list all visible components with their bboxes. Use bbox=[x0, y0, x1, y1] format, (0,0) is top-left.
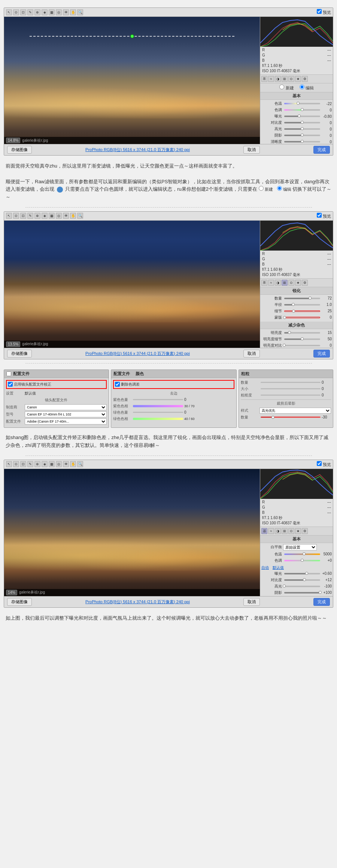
default-btn[interactable]: 默认值 bbox=[273, 565, 284, 570]
slider-exp4-track[interactable] bbox=[284, 573, 320, 574]
panel4-icon-calibrate[interactable]: ⚙ bbox=[302, 528, 308, 534]
filename-link-1[interactable]: ProPhoto RGB(8位) 5616 x 3744 (21.0 百万像素)… bbox=[85, 147, 190, 153]
tool4-grad[interactable]: ▦ bbox=[49, 461, 55, 467]
done-btn-4[interactable]: 完成 bbox=[313, 598, 330, 606]
profile-select[interactable]: Adobe (Canon EF 17-40m... bbox=[25, 418, 107, 424]
zoom-control-2[interactable]: 13.5% bbox=[6, 341, 20, 347]
auto-btn[interactable]: 自动 bbox=[261, 565, 269, 570]
panel2-icon-fx[interactable]: ★ bbox=[295, 280, 301, 286]
slider-cont4-track[interactable] bbox=[284, 579, 320, 581]
mode-new[interactable]: 新建 bbox=[279, 85, 294, 91]
lens-profile-checkbox[interactable] bbox=[6, 371, 11, 376]
tool-lasso[interactable]: ⊙ bbox=[13, 9, 19, 15]
tool-brush[interactable]: ✎ bbox=[27, 9, 33, 15]
save-image-btn-4[interactable]: 存储图像 bbox=[7, 598, 32, 606]
vignette-amount-track[interactable] bbox=[261, 417, 321, 418]
slider-tint4-track[interactable] bbox=[284, 560, 320, 561]
slider-lum-detail-track[interactable] bbox=[284, 338, 320, 340]
tool-hand[interactable]: ✋ bbox=[70, 9, 76, 15]
tool2-crop[interactable]: ⊡ bbox=[20, 213, 26, 219]
tool4-hand[interactable]: ✋ bbox=[70, 461, 76, 467]
filename-link-4[interactable]: ProPhoto RGB(8位) 5616 x 3744 (21.0 百万像素)… bbox=[85, 599, 190, 605]
preview-checkbox[interactable] bbox=[317, 9, 322, 14]
panel2-icon-calibrate[interactable]: ⚙ bbox=[302, 280, 308, 286]
tool-arrow[interactable]: ↖ bbox=[6, 9, 12, 15]
tool2-lasso[interactable]: ⊙ bbox=[13, 213, 19, 219]
slider-sh4-track[interactable] bbox=[284, 592, 320, 594]
slider-detail-track[interactable] bbox=[284, 310, 320, 312]
panel2-icon-lens[interactable]: ⊙ bbox=[288, 280, 294, 286]
tool4-radial[interactable]: ◎ bbox=[56, 461, 62, 467]
panel4-icon-fx[interactable]: ★ bbox=[295, 528, 301, 534]
panel-icon-calibrate[interactable]: ⚙ bbox=[302, 76, 308, 82]
green-hue-track[interactable] bbox=[133, 418, 183, 420]
slider-clarity-track[interactable] bbox=[284, 141, 320, 142]
tool2-arrow[interactable]: ↖ bbox=[6, 213, 12, 219]
tool4-brush[interactable]: ✎ bbox=[27, 461, 33, 467]
preview-checkbox-4[interactable] bbox=[317, 461, 322, 466]
enable-correction-cb[interactable] bbox=[8, 382, 13, 387]
cancel-btn-2[interactable]: 取消 bbox=[243, 350, 260, 358]
slider-colortemp-track[interactable] bbox=[284, 103, 320, 104]
radio-new-inline[interactable]: 新建 bbox=[259, 187, 274, 191]
tool-stamp[interactable]: ◈ bbox=[42, 9, 48, 15]
tool2-zoom[interactable]: 🔍 bbox=[77, 213, 83, 219]
slider-lum-contrast-track[interactable] bbox=[284, 345, 320, 346]
slider-highlights-track[interactable] bbox=[284, 128, 320, 130]
cancel-btn-1[interactable]: 取消 bbox=[243, 146, 260, 154]
tool4-lasso[interactable]: ⊙ bbox=[13, 461, 19, 467]
tool2-brush[interactable]: ✎ bbox=[27, 213, 33, 219]
model-select[interactable]: Canon EF 17-40mm f/4 L 102 bbox=[25, 411, 107, 417]
vignette-style-select[interactable]: 高光优先 bbox=[259, 408, 331, 414]
slider-temp4-track[interactable] bbox=[284, 553, 320, 555]
panel-icon-basic[interactable]: 基 bbox=[261, 76, 267, 82]
grain-amount-track[interactable] bbox=[261, 382, 321, 383]
panel2-icon-curve[interactable]: ≈ bbox=[268, 280, 274, 286]
panel-icon-color[interactable]: ◑ bbox=[275, 76, 281, 82]
done-btn-1[interactable]: 完成 bbox=[313, 146, 330, 154]
slider-masking-track[interactable] bbox=[284, 317, 320, 318]
tool4-arrow[interactable]: ↖ bbox=[6, 461, 12, 467]
save-image-btn-2[interactable]: 存储图像 bbox=[7, 350, 32, 358]
panel-icon-detail[interactable]: ⊞ bbox=[282, 76, 288, 82]
tool4-zoom[interactable]: 🔍 bbox=[77, 461, 83, 467]
mode-edit[interactable]: 编辑 bbox=[300, 85, 314, 91]
tool-eye[interactable]: 👁 bbox=[63, 9, 69, 15]
green-amount-track[interactable] bbox=[133, 412, 183, 413]
tool-grad[interactable]: ▦ bbox=[49, 9, 55, 15]
slider-tint-track[interactable] bbox=[284, 109, 320, 111]
done-btn-2[interactable]: 完成 bbox=[313, 350, 330, 358]
slider-contrast-track[interactable] bbox=[284, 122, 320, 123]
slider-hl4-track[interactable] bbox=[284, 586, 320, 587]
slider-radius-track[interactable] bbox=[284, 304, 320, 306]
panel2-icon-detail[interactable]: ⊞ bbox=[282, 280, 288, 286]
save-image-btn-1[interactable]: 存储图像 bbox=[7, 146, 32, 154]
purple-hue-track[interactable] bbox=[133, 405, 183, 407]
panel4-icon-detail[interactable]: ⊞ bbox=[282, 528, 288, 534]
tool-crop[interactable]: ⊡ bbox=[20, 9, 26, 15]
cancel-btn-4[interactable]: 取消 bbox=[243, 598, 260, 606]
tool4-eye[interactable]: 👁 bbox=[63, 461, 69, 467]
radio-edit-inline[interactable]: 编辑 bbox=[277, 187, 292, 191]
panel4-icon-lens[interactable]: ⊙ bbox=[288, 528, 294, 534]
purple-amount-track[interactable] bbox=[133, 399, 183, 400]
slider-exposure-track[interactable] bbox=[284, 116, 320, 117]
make-select[interactable]: Canon bbox=[25, 404, 107, 410]
tool4-crop[interactable]: ⊡ bbox=[20, 461, 26, 467]
tool4-stamp[interactable]: ◈ bbox=[42, 461, 48, 467]
zoom-control-1[interactable]: 14.8% bbox=[6, 138, 20, 143]
panel4-icon-color[interactable]: ◑ bbox=[275, 528, 281, 534]
preview-checkbox-2[interactable] bbox=[317, 213, 322, 218]
panel2-icon-color[interactable]: ◑ bbox=[275, 280, 281, 286]
filename-link-2[interactable]: ProPhoto RGB(8位) 5616 x 3744 (21.0 百万像素)… bbox=[85, 351, 190, 356]
zoom-control-4[interactable]: 14% bbox=[6, 590, 17, 595]
tool-radial[interactable]: ◎ bbox=[56, 9, 62, 15]
tool4-heal[interactable]: ⊕ bbox=[34, 461, 40, 467]
gradient-handle[interactable] bbox=[130, 34, 134, 38]
slider-luminance-track[interactable] bbox=[284, 332, 320, 334]
grain-rough-track[interactable] bbox=[261, 395, 321, 396]
wb-select[interactable]: 原始设置 bbox=[283, 544, 317, 550]
panel4-icon-basic[interactable]: 基 bbox=[261, 528, 267, 534]
defringe-cb[interactable] bbox=[115, 382, 120, 387]
tool2-hand[interactable]: ✋ bbox=[70, 213, 76, 219]
